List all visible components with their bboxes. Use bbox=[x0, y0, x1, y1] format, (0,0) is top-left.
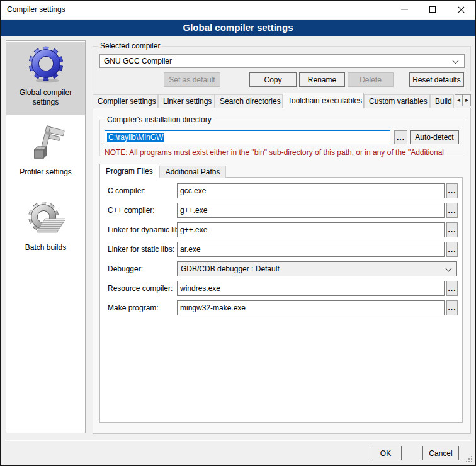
cpp-compiler-label: C++ compiler: bbox=[108, 203, 155, 218]
tab-search-directories[interactable]: Search directories bbox=[215, 94, 283, 108]
caliper-icon bbox=[26, 125, 65, 166]
selected-compiler-select[interactable]: GNU GCC Compiler bbox=[99, 54, 465, 68]
rename-button[interactable]: Rename bbox=[299, 72, 345, 87]
titlebar: Compiler settings bbox=[1, 1, 475, 19]
compiler-settings-dialog: Compiler settings Global compiler settin… bbox=[0, 0, 476, 466]
chevron-down-icon bbox=[446, 266, 452, 272]
debugger-label: Debugger: bbox=[108, 261, 143, 276]
program-files-tabstrip: Program Files Additional Paths bbox=[99, 164, 226, 178]
auto-detect-button[interactable]: Auto-detect bbox=[410, 130, 459, 144]
minimize-button bbox=[390, 1, 419, 19]
cpp-compiler-input[interactable] bbox=[177, 203, 445, 218]
tab-compiler-settings[interactable]: Compiler settings bbox=[93, 94, 158, 108]
gear-stack-icon bbox=[26, 200, 65, 241]
gear-blue-icon bbox=[26, 45, 65, 86]
program-files-panel: C compiler: ... C++ compiler: ... Linker… bbox=[99, 177, 463, 423]
debugger-select[interactable]: GDB/CDB debugger : Default bbox=[177, 261, 457, 276]
maximize-button[interactable] bbox=[419, 1, 447, 19]
set-as-default-button: Set as default bbox=[164, 72, 220, 87]
make-program-input[interactable] bbox=[177, 300, 445, 315]
installation-directory-browse-button[interactable]: ... bbox=[394, 130, 407, 144]
tab-scroll-right-button[interactable]: ► bbox=[463, 94, 471, 106]
selected-compiler-group: Selected compiler GNU GCC Compiler Set a… bbox=[93, 46, 471, 91]
linker-dynamic-label: Linker for dynamic libs: bbox=[108, 222, 185, 237]
debugger-value: GDB/CDB debugger : Default bbox=[181, 264, 280, 273]
page-title: Global compiler settings bbox=[1, 20, 475, 36]
tab-toolchain-executables[interactable]: Toolchain executables bbox=[283, 93, 364, 108]
field-row: Linker for dynamic libs: ... bbox=[100, 222, 462, 237]
cancel-button[interactable]: Cancel bbox=[422, 446, 459, 460]
copy-button[interactable]: Copy bbox=[249, 72, 297, 87]
sidebar-item-profiler-settings[interactable]: Profiler settings bbox=[6, 122, 85, 187]
field-row: C++ compiler: ... bbox=[100, 203, 462, 218]
footer-separator bbox=[6, 440, 472, 441]
c-compiler-input[interactable] bbox=[177, 183, 445, 198]
cpp-compiler-browse-button[interactable]: ... bbox=[446, 203, 458, 218]
installation-directory-input[interactable]: C:\raylib\MinGW bbox=[105, 130, 390, 144]
field-row: Debugger: GDB/CDB debugger : Default bbox=[100, 261, 462, 276]
field-row: Resource compiler: ... bbox=[100, 281, 462, 296]
linker-dynamic-browse-button[interactable]: ... bbox=[446, 222, 458, 237]
make-program-label: Make program: bbox=[108, 300, 159, 315]
settings-tabstrip: Compiler settings Linker settings Search… bbox=[93, 93, 471, 108]
tab-build-options[interactable]: Build bbox=[430, 94, 454, 108]
minimize-icon bbox=[401, 9, 408, 10]
resize-grip[interactable] bbox=[466, 456, 473, 463]
tab-linker-settings[interactable]: Linker settings bbox=[158, 94, 215, 108]
chevron-down-icon bbox=[453, 58, 459, 64]
resource-compiler-label: Resource compiler: bbox=[108, 281, 173, 296]
sidebar-item-label: Profiler settings bbox=[20, 168, 72, 177]
c-compiler-browse-button[interactable]: ... bbox=[446, 183, 458, 198]
tab-program-files[interactable]: Program Files bbox=[99, 164, 159, 178]
selected-compiler-value: GNU GCC Compiler bbox=[104, 57, 172, 65]
delete-button: Delete bbox=[348, 72, 394, 87]
linker-static-input[interactable] bbox=[177, 242, 445, 257]
linker-dynamic-input[interactable] bbox=[177, 222, 445, 237]
tab-additional-paths[interactable]: Additional Paths bbox=[159, 166, 227, 178]
sidebar-item-label: Global compiler settings bbox=[6, 88, 85, 107]
ok-button[interactable]: OK bbox=[370, 446, 402, 460]
maximize-icon bbox=[429, 6, 436, 13]
field-row: C compiler: ... bbox=[100, 183, 462, 198]
field-row: Make program: ... bbox=[100, 300, 462, 315]
toolchain-executables-page: Compiler's installation directory C:\ray… bbox=[93, 108, 471, 434]
linker-static-label: Linker for static libs: bbox=[108, 242, 174, 257]
c-compiler-label: C compiler: bbox=[108, 183, 146, 198]
group-label: Compiler's installation directory bbox=[105, 115, 213, 124]
window-title: Compiler settings bbox=[7, 1, 65, 19]
close-button[interactable] bbox=[447, 1, 475, 19]
tab-scroll-left-button[interactable]: ◄ bbox=[455, 94, 463, 106]
resource-compiler-input[interactable] bbox=[177, 281, 445, 296]
field-row: Linker for static libs: ... bbox=[100, 242, 462, 257]
resource-compiler-browse-button[interactable]: ... bbox=[446, 281, 458, 296]
note-text: NOTE: All programs must exist either in … bbox=[105, 148, 463, 157]
settings-category-list: Global compiler settings bbox=[6, 40, 86, 433]
tab-custom-variables[interactable]: Custom variables bbox=[364, 94, 430, 108]
make-program-browse-button[interactable]: ... bbox=[446, 300, 458, 315]
reset-defaults-button[interactable]: Reset defaults bbox=[409, 72, 464, 87]
selected-text: C:\raylib\MinGW bbox=[107, 133, 164, 142]
sidebar-item-batch-builds[interactable]: Batch builds bbox=[6, 197, 85, 263]
installation-directory-group: Compiler's installation directory C:\ray… bbox=[99, 120, 465, 156]
sidebar-item-global-compiler-settings[interactable]: Global compiler settings bbox=[6, 42, 85, 115]
sidebar-item-label: Batch builds bbox=[25, 243, 66, 253]
group-label: Selected compiler bbox=[98, 42, 162, 50]
linker-static-browse-button[interactable]: ... bbox=[446, 242, 458, 257]
